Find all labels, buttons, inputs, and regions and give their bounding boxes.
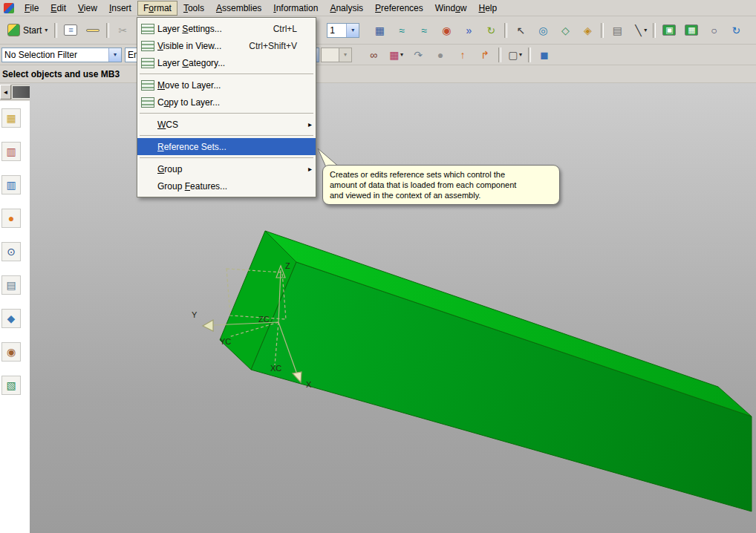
submenu-arrow-icon: ▸ <box>303 165 313 173</box>
selection-filter-value: No Selection Filter <box>2 48 108 62</box>
combo-arrow-button[interactable]: ▾ <box>346 24 359 37</box>
menu-item-copy-to-layer[interactable]: Copy to Layer... ▸ <box>137 94 316 111</box>
menu-item-label: WCS <box>157 120 178 130</box>
menu-item-icon <box>141 164 154 174</box>
toolbar-button-icon: ▦ <box>374 25 385 36</box>
menubar-tools[interactable]: Tools <box>177 1 210 16</box>
selection-toolbar: No Selection Filter ▾ En ▾ ▾ ∞ ▾ ▦ ▾ ↷ ▾… <box>0 45 756 65</box>
reuse-library-icon[interactable]: ● ▾ <box>1 209 21 228</box>
assembly-navigator-icon[interactable]: ▦ ▾ <box>1 108 21 128</box>
menubar-item-label: Assemblies <box>216 3 261 13</box>
arrow-corner-button[interactable]: ↱ ▾ <box>475 46 495 64</box>
separator <box>140 135 313 136</box>
menu-item-reference-sets[interactable]: Reference Sets... ▸ <box>137 138 316 155</box>
menubar-item-label: Format <box>143 3 172 13</box>
menubar-format[interactable]: Format <box>137 1 177 16</box>
rotate-view-button[interactable]: ↻ ▾ <box>726 22 746 39</box>
scroll-left-button[interactable]: ◄ <box>0 85 11 99</box>
cue-bar: Select objects and use MB3 <box>0 65 756 83</box>
line-width-button[interactable]: ╲ ▾ <box>629 22 650 39</box>
menubar-preferences[interactable]: Preferences <box>369 1 429 16</box>
menu-item-label: Visible in View... <box>157 41 221 51</box>
separator <box>140 113 313 114</box>
format-menu-dropdown: Layer Settings... Ctrl+L ▸ Visible in Vi… <box>137 17 316 197</box>
menu-item-icon <box>141 181 154 192</box>
menu-item-label: Group Features... <box>157 181 227 192</box>
wcs-label-zc: ZC <box>258 315 270 324</box>
curved-arrow-button[interactable]: ↷ ▾ <box>408 46 428 64</box>
start-button[interactable]: Start ▾ <box>3 22 52 39</box>
menu-item-group[interactable]: Group ▸ <box>137 160 316 177</box>
toolbar-button-icon: ◆ <box>5 313 17 324</box>
menubar-view[interactable]: View <box>72 1 103 16</box>
disabled-combo-value <box>322 48 339 62</box>
surface-tool-button[interactable]: ≈ ▾ <box>414 22 434 39</box>
combo-arrow-button[interactable]: ▾ <box>108 48 121 62</box>
open-part-button[interactable]: ▾ <box>82 22 103 39</box>
menubar-assemblies[interactable]: Assemblies <box>210 1 267 16</box>
new-part-button[interactable]: ≡ ▾ <box>60 22 81 39</box>
shaded-ball-button[interactable]: ◉ ▾ <box>436 22 457 39</box>
green-swoosh-button[interactable]: ↻ ▾ <box>480 22 501 39</box>
cut-button[interactable]: ✂ ▾ <box>112 22 133 39</box>
roles-icon[interactable]: ◉ ▾ <box>1 342 21 362</box>
toolbar-button-icon: ≡ <box>64 24 77 36</box>
sketch-tool-button[interactable]: ≈ ▾ <box>391 22 412 39</box>
history-icon[interactable]: ⊙ ▾ <box>1 242 21 261</box>
toolbar-button-icon: ↻ <box>730 25 742 36</box>
menu-item-layer-settings[interactable]: Layer Settings... Ctrl+L ▸ <box>137 20 316 37</box>
part-navigator-icon[interactable]: ▥ ▾ <box>1 175 21 194</box>
toolbar-group-view: ▦ ▾ ≈ ▾ ≈ ▾ ◉ ▾ » ▾ ↻ ▾ ↖ ▾ ◎ ▾ ◇ ▾ ◈ ▾ … <box>368 22 747 39</box>
tools-palette-icon[interactable]: ◆ ▾ <box>1 309 21 328</box>
menubar-item-label: File <box>25 3 39 13</box>
shaded-sphere-button[interactable]: ● ▾ <box>430 46 451 64</box>
work-layer-combo[interactable]: 1 ▾ <box>327 23 359 38</box>
ruler-button[interactable]: ▤ ▾ <box>607 22 628 39</box>
menu-item-group-features[interactable]: Group Features... ▸ <box>137 177 316 194</box>
dropdown-caret-icon: ▾ <box>644 27 647 33</box>
constraint-navigator-icon[interactable]: ▥ ▾ <box>1 142 21 161</box>
selection-tool-group: ∞ ▾ ▦ ▾ ↷ ▾ ● ▾ ↑ ▾ ↱ ▾ ▢ ▾ ◼ ▾ <box>362 46 555 64</box>
color-filter-button[interactable]: ▦ ▾ <box>385 46 406 64</box>
menubar-insert[interactable]: Insert <box>103 1 137 16</box>
arrow-up-button[interactable]: ↑ ▾ <box>452 46 473 64</box>
shaded-cube-button[interactable]: ◼ ▾ <box>534 46 555 64</box>
menubar-item-label: Insert <box>109 3 131 13</box>
menubar-window[interactable]: Window <box>429 1 473 16</box>
zoom-window-button[interactable]: ▦ ▾ <box>681 22 702 39</box>
selection-filter-combo[interactable]: No Selection Filter ▾ <box>1 48 122 62</box>
toolbar-button-icon: ↱ <box>479 50 491 60</box>
menu-item-label: Copy to Layer... <box>157 97 220 108</box>
cursor-button[interactable]: ↖ ▾ <box>510 22 531 39</box>
toolbar-button-icon: ↻ <box>485 25 497 36</box>
menubar-information[interactable]: Information <box>267 1 324 16</box>
menu-item-move-to-layer[interactable]: Move to Layer... ▸ <box>137 76 316 94</box>
fit-view-button[interactable]: ▣ ▾ <box>659 22 680 39</box>
toolbar-button-icon: ◇ <box>559 25 571 36</box>
zoom-button[interactable]: ○ ▾ <box>703 22 724 39</box>
toolbar-button-icon: ◎ <box>537 25 549 36</box>
gold-tool-button[interactable]: ◈ ▾ <box>577 22 598 39</box>
menubar-help[interactable]: Help <box>473 1 504 16</box>
circle-tool-button[interactable]: ◎ ▾ <box>532 22 553 39</box>
toolbar-button-icon: ↷ <box>412 50 424 60</box>
menu-item-visible-in-view[interactable]: Visible in View... Ctrl+Shift+V ▸ <box>137 37 316 54</box>
scene-palette-icon[interactable]: ▧ ▾ <box>1 376 21 395</box>
menubar-file[interactable]: File <box>19 1 45 16</box>
menubar-analysis[interactable]: Analysis <box>324 1 369 16</box>
select-rect-button[interactable]: ▢ ▾ <box>504 46 525 64</box>
diamond-tool-button[interactable]: ◇ ▾ <box>555 22 576 39</box>
information-palette-icon[interactable]: ▤ ▾ <box>1 275 21 295</box>
menu-item-icon <box>141 24 154 34</box>
blue-arrows-button[interactable]: » ▾ <box>458 22 479 39</box>
toolbar-button-icon: ◈ <box>581 25 593 36</box>
binoculars-button[interactable]: ∞ ▾ <box>363 46 384 64</box>
toolbar-button-icon: ▥ <box>5 180 17 190</box>
menu-item-wcs[interactable]: WCS ▸ <box>137 116 316 133</box>
solid-block[interactable] <box>220 231 752 511</box>
menubar-edit[interactable]: Edit <box>45 1 72 16</box>
menu-item-icon <box>141 120 154 130</box>
dropdown-caret-icon: ▾ <box>519 51 522 58</box>
menu-item-layer-category[interactable]: Layer Category... ▸ <box>137 54 316 71</box>
spreadsheet-button[interactable]: ▦ ▾ <box>369 22 390 39</box>
